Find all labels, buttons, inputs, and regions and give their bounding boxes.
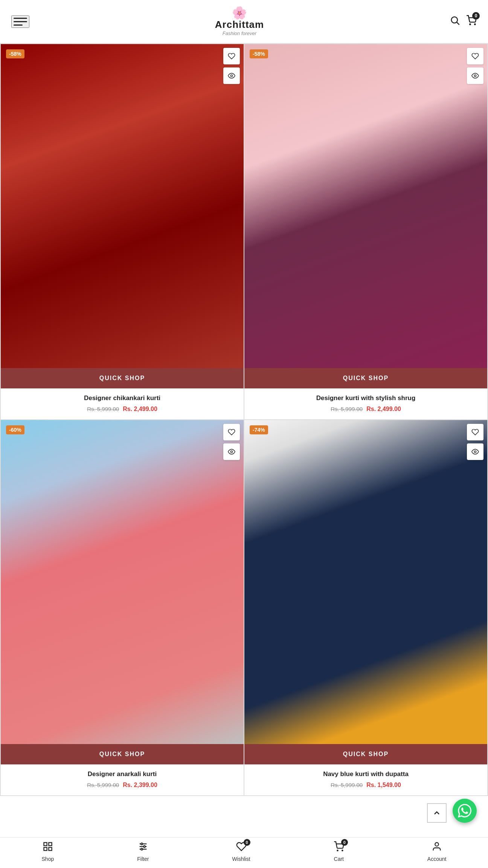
price-row-p2: Rs. 5,999.00 Rs. 2,499.00 — [249, 406, 483, 413]
quick-shop-btn-p1[interactable]: QUICK SHOP — [1, 368, 244, 388]
logo-text: Archittam — [215, 19, 264, 31]
quickview-btn-p3[interactable] — [223, 443, 240, 460]
action-btns-p4 — [467, 424, 483, 460]
svg-point-2 — [470, 24, 470, 24]
product-image-p2: -58% — [244, 44, 487, 368]
product-image-p3: -60% — [1, 420, 244, 744]
wishlist-btn-p3[interactable] — [223, 424, 240, 440]
action-btns-p2 — [467, 48, 483, 84]
product-info-p1: Designer chikankari kurti Rs. 5,999.00 R… — [1, 388, 244, 419]
svg-point-0 — [451, 17, 458, 23]
discount-badge-p2: -58% — [250, 49, 268, 58]
svg-point-4 — [231, 75, 233, 77]
wishlist-btn-p2[interactable] — [467, 48, 483, 64]
price-row-p3: Rs. 5,999.00 Rs. 2,399.00 — [5, 782, 239, 789]
product-name-p3: Designer anarkali kurti — [5, 770, 239, 779]
quickview-btn-p1[interactable] — [223, 67, 240, 84]
original-price-p2: Rs. 5,999.00 — [331, 406, 363, 412]
back-to-top-button[interactable] — [427, 803, 447, 823]
quick-shop-btn-p2[interactable]: QUICK SHOP — [244, 368, 487, 388]
search-button[interactable] — [450, 15, 460, 28]
cart-header-button[interactable]: 0 — [466, 15, 477, 28]
price-row-p4: Rs. 5,999.00 Rs. 1,549.00 — [249, 782, 483, 789]
logo-flower-icon: 🌸 — [232, 7, 247, 19]
product-info-p2: Designer kurti with stylish shrug Rs. 5,… — [244, 388, 487, 419]
whatsapp-button[interactable] — [453, 799, 477, 823]
quickview-btn-p4[interactable] — [467, 443, 483, 460]
chevron-up-icon — [432, 808, 441, 818]
menu-button[interactable] — [11, 15, 29, 28]
header-icons: 0 — [450, 15, 477, 28]
original-price-p3: Rs. 5,999.00 — [87, 782, 119, 788]
product-card-p1[interactable]: -58% — [1, 44, 244, 420]
sale-price-p3: Rs. 2,399.00 — [123, 782, 157, 789]
quick-shop-btn-p4[interactable]: QUICK SHOP — [244, 744, 487, 764]
quick-shop-btn-p3[interactable]: QUICK SHOP — [1, 744, 244, 764]
original-price-p4: Rs. 5,999.00 — [331, 782, 363, 788]
discount-badge-p4: -74% — [250, 425, 268, 434]
svg-point-5 — [474, 75, 476, 77]
quickview-btn-p2[interactable] — [467, 67, 483, 84]
product-grid: -58% — [0, 43, 488, 796]
product-name-p1: Designer chikankari kurti — [5, 394, 239, 403]
product-image-p1: -58% — [1, 44, 244, 368]
original-price-p1: Rs. 5,999.00 — [87, 406, 119, 412]
sale-price-p2: Rs. 2,499.00 — [366, 406, 401, 413]
wishlist-btn-p1[interactable] — [223, 48, 240, 64]
svg-point-6 — [231, 451, 233, 452]
svg-point-3 — [474, 24, 475, 24]
product-card-p2[interactable]: -58% — [244, 44, 488, 420]
action-btns-p3 — [223, 424, 240, 460]
svg-point-7 — [474, 451, 476, 452]
product-name-p2: Designer kurti with stylish shrug — [249, 394, 483, 403]
sale-price-p4: Rs. 1,549.00 — [366, 782, 401, 789]
sale-price-p1: Rs. 2,499.00 — [123, 406, 157, 413]
price-row-p1: Rs. 5,999.00 Rs. 2,499.00 — [5, 406, 239, 413]
product-image-p4: -74% — [244, 420, 487, 744]
cart-count-badge: 0 — [472, 12, 480, 20]
product-info-p3: Designer anarkali kurti Rs. 5,999.00 Rs.… — [1, 764, 244, 795]
search-icon — [450, 15, 460, 26]
product-name-p4: Navy blue kurti with dupatta — [249, 770, 483, 779]
product-card-p3[interactable]: -60% — [1, 420, 244, 796]
discount-badge-p3: -60% — [6, 425, 24, 434]
action-btns-p1 — [223, 48, 240, 84]
whatsapp-icon — [458, 804, 471, 818]
logo-tagline: Fashion forever — [223, 31, 256, 36]
product-card-p4[interactable]: -74% — [244, 420, 488, 796]
logo[interactable]: 🌸 Archittam Fashion forever — [215, 7, 264, 36]
svg-line-1 — [457, 22, 459, 24]
wishlist-btn-p4[interactable] — [467, 424, 483, 440]
header: 🌸 Archittam Fashion forever 0 — [0, 0, 488, 43]
product-info-p4: Navy blue kurti with dupatta Rs. 5,999.0… — [244, 764, 487, 795]
discount-badge-p1: -58% — [6, 49, 24, 58]
